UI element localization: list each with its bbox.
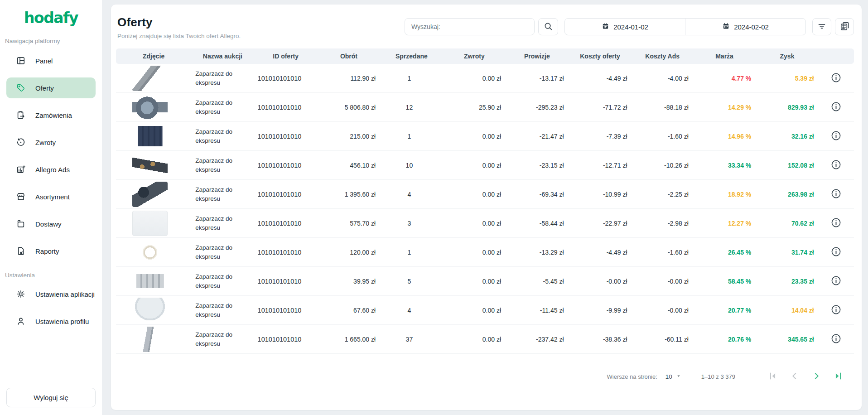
cell-zysk: 152.08 zł	[756, 162, 818, 169]
cell-obrot: 112.90 zł	[318, 75, 380, 82]
copy-pages-button[interactable]	[835, 18, 854, 35]
cell-koszty-ads: -1.60 zł	[632, 133, 693, 140]
first-page-icon	[768, 371, 778, 382]
cell-sprzedane: 12	[380, 104, 443, 111]
rows-per-page-value: 10	[665, 373, 672, 380]
calendar-icon	[602, 22, 609, 31]
cell-marza: 12.27 %	[693, 220, 756, 227]
cell-zwroty: 0.00 zł	[443, 220, 506, 227]
page-title: Oferty	[117, 15, 241, 29]
last-page-button[interactable]	[833, 371, 843, 382]
row-info-button[interactable]	[830, 188, 842, 201]
next-page-button[interactable]	[811, 371, 821, 382]
page-subtitle: Poniżej znajduje się lista Twoich ofert …	[117, 33, 241, 39]
info-icon	[830, 101, 842, 114]
sidebar-item-asortyment[interactable]: Asortyment	[6, 186, 96, 207]
cell-marza: 14.96 %	[693, 133, 756, 140]
toolbar: 2024-01-02 2024-02-02	[405, 18, 854, 35]
cell-sprzedane: 1	[380, 133, 443, 140]
cell-sprzedane: 37	[380, 336, 443, 343]
chevron-down-icon	[676, 373, 681, 380]
logout-button[interactable]: Wyloguj się	[6, 388, 96, 407]
cell-zwroty: 0.00 zł	[443, 133, 506, 140]
sidebar: hodafy Nawigacja platformy Panel Oferty …	[0, 0, 102, 415]
info-icon	[830, 130, 842, 143]
cell-marza: 4.77 %	[693, 75, 756, 82]
search-input[interactable]	[405, 18, 535, 35]
sidebar-item-zamowienia[interactable]: Zamówienia	[6, 105, 96, 125]
sidebar-item-oferty[interactable]: Oferty	[6, 77, 96, 98]
row-info-button[interactable]	[830, 217, 842, 230]
offers-card: Oferty Poniżej znajduje się lista Twoich…	[111, 5, 862, 410]
clipboard-forward-icon	[16, 110, 26, 120]
date-to-picker[interactable]: 2024-02-02	[685, 19, 805, 35]
app-logo: hodafy	[24, 9, 78, 27]
table-row: Zaparzacz do ekspresu 101010101010 1 395…	[116, 180, 854, 209]
column-header-koszty-oferty: Koszty oferty	[569, 53, 632, 60]
row-info-button[interactable]	[830, 130, 842, 143]
sidebar-item-label: Asortyment	[35, 193, 70, 201]
sidebar-item-dostawy[interactable]: Dostawy	[6, 213, 96, 234]
rows-per-page-select[interactable]: 10	[665, 373, 681, 380]
product-photo	[132, 240, 168, 265]
table-row: Zaparzacz do ekspresu 101010101010 1 665…	[116, 325, 854, 354]
table-row: Zaparzacz do ekspresu 101010101010 5 806…	[116, 93, 854, 122]
row-info-button[interactable]	[830, 333, 842, 346]
next-page-icon	[811, 371, 821, 382]
row-info-button[interactable]	[830, 159, 842, 172]
cell-id-oferty: 101010101010	[254, 336, 318, 343]
cell-koszty-oferty: -71.72 zł	[569, 104, 632, 111]
tag-icon	[16, 83, 26, 93]
table-header-row: Zdjęcie Nazwa aukcji ID oferty Obrót Spr…	[116, 48, 854, 64]
sidebar-item-label: Zamówienia	[35, 111, 72, 119]
column-header-zwroty: Zwroty	[443, 53, 506, 60]
previous-page-button[interactable]	[790, 371, 800, 382]
settings-section-label: Ustawienia	[5, 272, 102, 279]
first-page-button[interactable]	[768, 371, 778, 382]
cell-koszty-ads: -60.11 zł	[632, 336, 693, 343]
sidebar-item-ustawienia-profilu[interactable]: Ustawienia profilu	[6, 311, 96, 332]
column-header-zdjecie: Zdjęcie	[116, 53, 191, 60]
info-icon	[830, 304, 842, 317]
sidebar-item-label: Raporty	[35, 247, 59, 255]
cell-nazwa-aukcji: Zaparzacz do ekspresu	[191, 214, 254, 232]
sidebar-item-label: Zwroty	[35, 139, 56, 146]
cell-koszty-oferty: -7.39 zł	[569, 133, 632, 140]
filter-button[interactable]	[812, 18, 831, 35]
column-header-zysk: Zysk	[756, 53, 818, 60]
row-info-button[interactable]	[830, 246, 842, 259]
row-info-button[interactable]	[830, 72, 842, 85]
cell-prowizje: -58.44 zł	[506, 220, 568, 227]
table-row: Zaparzacz do ekspresu 101010101010 215.0…	[116, 122, 854, 151]
search-button[interactable]	[538, 18, 558, 35]
info-icon	[830, 333, 842, 346]
cell-zwroty: 0.00 zł	[443, 162, 506, 169]
offers-table: Zdjęcie Nazwa aukcji ID oferty Obrót Spr…	[116, 48, 854, 354]
cell-koszty-ads: -4.00 zł	[632, 75, 693, 82]
cell-zwroty: 0.00 zł	[443, 278, 506, 285]
cell-prowizje: -69.34 zł	[506, 191, 568, 198]
cell-obrot: 39.95 zł	[318, 278, 380, 285]
cell-nazwa-aukcji: Zaparzacz do ekspresu	[191, 185, 254, 203]
cell-id-oferty: 101010101010	[254, 307, 318, 314]
product-photo	[132, 95, 168, 120]
cell-zwroty: 0.00 zł	[443, 191, 506, 198]
column-header-prowizje: Prowizje	[506, 53, 568, 60]
cell-nazwa-aukcji: Zaparzacz do ekspresu	[191, 330, 254, 348]
sidebar-item-raporty[interactable]: Raporty	[6, 241, 96, 261]
date-from-picker[interactable]: 2024-01-02	[565, 19, 685, 35]
table-row: Zaparzacz do ekspresu 101010101010 120.0…	[116, 238, 854, 267]
sidebar-item-ustawienia-aplikacji[interactable]: Ustawienia aplikacji	[6, 284, 96, 304]
row-info-button[interactable]	[830, 101, 842, 114]
table-row: Zaparzacz do ekspresu 101010101010 39.95…	[116, 267, 854, 296]
cell-id-oferty: 101010101010	[254, 220, 318, 227]
sidebar-item-allegro-ads[interactable]: Allegro Ads	[6, 159, 96, 180]
row-info-button[interactable]	[830, 275, 842, 288]
row-info-button[interactable]	[830, 304, 842, 317]
cell-koszty-oferty: -9.99 zł	[569, 307, 632, 314]
sidebar-item-panel[interactable]: Panel	[6, 50, 96, 71]
gear-icon	[16, 289, 26, 299]
cell-sprzedane: 1	[380, 75, 443, 82]
sidebar-item-label: Ustawienia profilu	[35, 318, 89, 325]
sidebar-item-zwroty[interactable]: Zwroty	[6, 132, 96, 153]
